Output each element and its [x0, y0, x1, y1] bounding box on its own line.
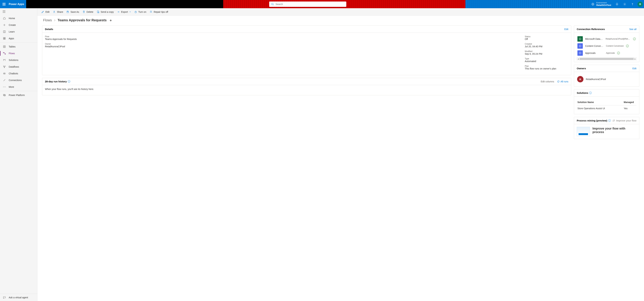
header-pattern: [26, 0, 589, 8]
sidebar-item-create[interactable]: Create: [0, 22, 37, 28]
environment-selector[interactable]: Environment RetailSOATest: [589, 0, 613, 8]
all-runs-link[interactable]: All runs: [557, 80, 568, 83]
env-value: RetailSOATest: [596, 4, 611, 7]
sidebar-item-tables[interactable]: Tables: [0, 43, 37, 50]
export-button[interactable]: Export: [117, 11, 131, 13]
delete-button[interactable]: Delete: [82, 11, 93, 13]
owner-avatar: R: [577, 76, 584, 82]
info-icon[interactable]: i: [589, 92, 592, 94]
sidebar-item-connections[interactable]: Connections: [0, 77, 37, 84]
waffle-button[interactable]: [0, 0, 8, 8]
pencil-icon: [42, 11, 44, 13]
sidebar-item-label: Connections: [9, 79, 22, 82]
run-history-card: 28-day run history i Edit columns All ru…: [42, 78, 571, 95]
breadcrumb-current: Teams Approvals for Requests: [58, 18, 106, 22]
info-icon[interactable]: i: [608, 119, 611, 122]
connections-title: Connection References: [577, 28, 605, 31]
refresh-icon: [557, 80, 560, 83]
details-card: Details Edit FlowTeams Approvals for Req…: [42, 26, 571, 75]
book-icon: [3, 30, 6, 33]
repair-tips-button[interactable]: Repair tips off: [150, 11, 168, 13]
share-icon: [53, 11, 56, 13]
ask-label: Ask a virtual agent: [9, 296, 28, 299]
avatar: R: [638, 2, 643, 7]
connections-scrollbar[interactable]: ◀ ▶: [577, 58, 636, 60]
sidebar-item-apps[interactable]: Apps: [0, 35, 37, 42]
info-icon[interactable]: i: [68, 80, 70, 83]
edit-button[interactable]: Edit: [42, 11, 50, 13]
sidebar-item-learn[interactable]: Learn: [0, 28, 37, 35]
search-box[interactable]: [269, 2, 346, 7]
svg-rect-35: [67, 11, 68, 12]
solutions-title: Solutions: [577, 91, 588, 94]
svg-point-29: [3, 87, 4, 87]
svg-rect-16: [3, 39, 4, 40]
turn-on-button[interactable]: Turn on: [134, 11, 146, 13]
connection-row[interactable]: Content Conversion Content Conversion ✓: [577, 43, 636, 50]
sidebar-item-chatbots[interactable]: Chatbots: [0, 70, 37, 77]
connection-row[interactable]: Approvals Approvals ✓: [577, 50, 636, 57]
connections-see-all[interactable]: See all: [629, 28, 636, 31]
export-icon: [117, 11, 120, 13]
sidebar-item-flows[interactable]: Flows: [0, 50, 37, 57]
type-value: Automated: [525, 60, 568, 63]
connection-row[interactable]: Microsoft Dataverse RetailAuroraCIPool@R…: [577, 35, 636, 43]
connection-name: Microsoft Dataverse: [585, 38, 603, 40]
connection-name: Approvals: [585, 52, 604, 54]
search-input[interactable]: [276, 3, 344, 6]
history-empty: When your flow runs, you'll see its hist…: [45, 88, 94, 90]
hamburger-button[interactable]: [0, 8, 37, 15]
svg-point-5: [624, 4, 625, 5]
sol-managed: Yes: [623, 105, 636, 112]
sidebar-item-power-platform[interactable]: Power Platform: [0, 92, 37, 99]
action-bar: Edit Share Save As Delete Send a copy Ex…: [38, 8, 644, 16]
check-icon: ✓: [626, 45, 629, 47]
ask-virtual-agent[interactable]: Ask a virtual agent: [0, 293, 37, 301]
share-button[interactable]: Share: [53, 11, 63, 13]
breadcrumb-parent[interactable]: Flows: [43, 18, 52, 22]
help-button[interactable]: [628, 0, 636, 8]
solution-row[interactable]: Store Operations Assist UI Yes: [577, 105, 636, 112]
svg-point-30: [4, 87, 4, 87]
svg-point-28: [4, 73, 5, 74]
sidebar-item-more[interactable]: More: [0, 84, 37, 90]
svg-point-21: [3, 52, 4, 53]
svg-rect-14: [3, 38, 4, 38]
more-icon: [3, 86, 6, 87]
plus-icon: [3, 24, 6, 27]
sidebar-item-label: Power Platform: [9, 94, 25, 97]
owner-name: RetailAuroraCIPool: [586, 78, 606, 81]
waffle-icon: [3, 3, 5, 6]
chevron-right-icon: [54, 19, 56, 22]
sidebar-item-label: Create: [9, 24, 16, 26]
history-title: 28-day run history: [45, 80, 67, 83]
power-icon: [134, 11, 137, 13]
sol-col-name: Solution Name: [577, 99, 623, 105]
send-copy-button[interactable]: Send a copy: [96, 11, 114, 13]
save-as-button[interactable]: Save As: [66, 11, 79, 13]
table-icon: [3, 45, 6, 48]
scroll-right-icon[interactable]: ▶: [634, 58, 636, 60]
sol-name: Store Operations Assist UI: [577, 105, 623, 112]
sidebar-item-solutions[interactable]: Solutions: [0, 57, 37, 63]
help-icon: [631, 3, 634, 6]
owners-edit-link[interactable]: Edit: [632, 67, 636, 70]
edit-columns-link[interactable]: Edit columns: [541, 80, 554, 83]
sidebar-item-dataflows[interactable]: Dataflows: [0, 63, 37, 70]
sidebar-item-label: Flows: [9, 52, 15, 55]
connection-sub: Approvals: [606, 52, 615, 54]
sidebar-item-home[interactable]: Home: [0, 15, 37, 22]
sidebar-item-label: Chatbots: [9, 72, 18, 75]
scroll-left-icon[interactable]: ◀: [577, 58, 580, 60]
gear-icon: [623, 3, 626, 6]
search-icon: [271, 3, 274, 6]
check-icon: ✓: [617, 52, 620, 54]
settings-button[interactable]: [621, 0, 628, 8]
modified-value: Sep 6, 05:24 PM: [525, 53, 568, 55]
globe-icon: [591, 3, 594, 6]
notifications-button[interactable]: [613, 0, 621, 8]
details-edit-link[interactable]: Edit: [564, 28, 568, 31]
account-button[interactable]: R: [636, 2, 644, 7]
brand-label[interactable]: Power Apps: [8, 0, 26, 8]
svg-rect-36: [97, 11, 98, 13]
